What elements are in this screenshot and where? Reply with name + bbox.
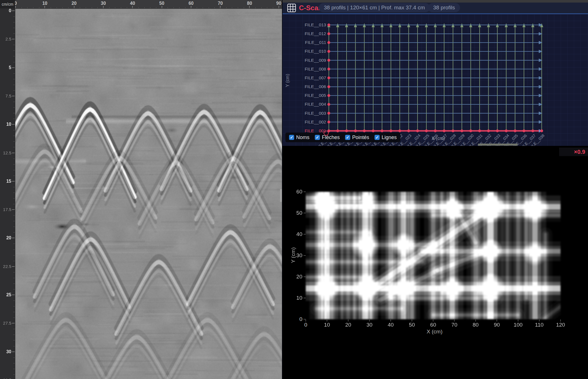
profile-row-label[interactable]: FILE__009 — [294, 58, 326, 63]
heatmap-x-tick: 110 — [531, 322, 548, 328]
profile-row-label[interactable]: FILE__002 — [294, 119, 326, 125]
survey-grid-panel[interactable]: FILE__001FILE__002FILE__003FILE__004FILE… — [283, 14, 588, 146]
h-ruler-number: 70 — [214, 1, 226, 6]
heatmap-x-tick: 50 — [403, 322, 420, 328]
heatmap-x-tick: 90 — [488, 322, 505, 328]
heatmap-y-tick: 20 — [285, 274, 302, 280]
option-noms[interactable]: ✓Noms — [289, 135, 309, 140]
heatmap-y-tick: 50 — [285, 210, 302, 216]
v-ruler-number: 25 — [1, 292, 11, 297]
bscan-panel[interactable]: 0102030405060708090 02.557.51012.51517.5… — [0, 0, 282, 379]
h-ruler-number: 30 — [97, 1, 110, 6]
v-ruler-number: 32.5 — [1, 378, 11, 379]
bscan-vertical-ruler: 02.557.51012.51517.52022.52527.53032.5 — [0, 8, 15, 379]
profiles-info-badge: 38 profils | 120×61 cm | Prof. max 37.4 … — [319, 3, 430, 12]
v-ruler-number: 2.5 — [1, 37, 11, 41]
ruler-unit-box: cm/cm — [0, 0, 15, 8]
cscan-column: C-Scan 38 profils | 120×61 cm | Prof. ma… — [283, 0, 588, 379]
bscan-radargram-canvas[interactable] — [15, 8, 283, 379]
checkbox-icon[interactable]: ✓ — [289, 135, 294, 140]
heatmap-y-tick: 10 — [285, 295, 302, 301]
heatmap-x-tick: 100 — [510, 322, 527, 328]
h-ruler-number: 50 — [156, 1, 168, 6]
h-ruler-number: 80 — [243, 1, 256, 6]
v-ruler-number: 10 — [1, 122, 11, 127]
profile-row-label[interactable]: FILE__007 — [294, 75, 326, 81]
cscan-map-panel[interactable]: ×0.9 01020304050607080901001101200102030… — [283, 146, 588, 379]
profile-row-label[interactable]: FILE__004 — [294, 101, 326, 107]
profile-row-label[interactable]: FILE__012 — [294, 31, 326, 37]
v-ruler-number: 22.5 — [1, 264, 11, 269]
v-ruler-number: 20 — [1, 235, 11, 240]
v-ruler-number: 5 — [1, 65, 11, 70]
option-pointés[interactable]: ✓Pointés — [345, 135, 369, 140]
heatmap-x-tick: 120 — [552, 322, 569, 328]
heatmap-y-tick: 40 — [285, 231, 302, 237]
v-ruler-number: 12.5 — [1, 150, 11, 155]
v-ruler-number: 0 — [1, 8, 11, 13]
heatmap-x-tick: 70 — [446, 322, 463, 328]
grid-icon — [287, 4, 296, 12]
v-ruler-number: 7.5 — [1, 93, 11, 98]
checkbox-label: Pointés — [352, 135, 369, 140]
profile-row-label[interactable]: FILE__011 — [294, 40, 326, 45]
h-ruler-number: 60 — [185, 1, 197, 6]
v-ruler-number: 17.5 — [1, 207, 11, 212]
cscan-heatmap-canvas[interactable] — [306, 192, 561, 319]
top-strip — [283, 0, 588, 3]
checkbox-icon[interactable]: ✓ — [315, 135, 320, 140]
cscan-header: C-Scan 38 profils | 120×61 cm | Prof. ma… — [283, 3, 588, 13]
option-lignes[interactable]: ✓Lignes — [375, 135, 397, 140]
display-options-bar: ✓Noms✓Flèches✓Pointés✓Lignes — [285, 133, 400, 142]
v-ruler-number: 30 — [1, 349, 11, 354]
heatmap-y-tick: 0 — [285, 316, 302, 322]
heatmap-x-tick: 30 — [361, 322, 378, 328]
grid-y-axis-label: Y (cm) — [285, 69, 290, 92]
profile-row-label[interactable]: FILE__010 — [294, 48, 326, 54]
checkbox-icon[interactable]: ✓ — [345, 135, 350, 140]
panel-divider[interactable] — [282, 0, 283, 379]
v-ruler-number: 27.5 — [1, 321, 11, 325]
checkbox-icon[interactable]: ✓ — [375, 135, 380, 140]
profiles-count-badge: 38 profils — [428, 3, 460, 12]
heatmap-x-tick: 10 — [318, 322, 335, 328]
bscan-scrollbar-thumb[interactable] — [280, 189, 282, 202]
heatmap-y-axis-label: Y (cm) — [290, 244, 296, 267]
heatmap-x-tick: 60 — [425, 322, 442, 328]
heatmap-x-tick: 0 — [297, 322, 314, 328]
h-ruler-number: 90 — [273, 1, 285, 6]
app-window: 0102030405060708090 02.557.51012.51517.5… — [0, 0, 588, 379]
heatmap-x-tick: 20 — [340, 322, 357, 328]
survey-grid-plot[interactable] — [283, 14, 588, 146]
heatmap-y-tick: 60 — [285, 189, 302, 195]
grid-horizontal-scrollbar-thumb[interactable] — [478, 144, 518, 146]
v-ruler-number: 15 — [1, 179, 11, 184]
h-ruler-number: 20 — [68, 1, 80, 6]
checkbox-label: Lignes — [382, 135, 397, 140]
heatmap-x-tick: 80 — [467, 322, 484, 328]
origin-marker-ring — [324, 131, 329, 136]
profile-row-label[interactable]: FILE__008 — [294, 66, 326, 72]
grid-x-axis-label: X (cm) — [424, 136, 452, 141]
bscan-horizontal-ruler: 0102030405060708090 — [0, 0, 282, 9]
heatmap-x-tick: 40 — [382, 322, 399, 328]
profile-row-label[interactable]: FILE__003 — [294, 110, 326, 116]
checkbox-label: Noms — [296, 135, 309, 140]
heatmap-x-axis-label: X (cm) — [419, 329, 450, 335]
scale-factor-badge: ×0.9 — [559, 148, 588, 156]
profile-row-label[interactable]: FILE__005 — [294, 93, 326, 98]
profile-row-label[interactable]: FILE__013 — [294, 22, 326, 28]
profile-row-label[interactable]: FILE__006 — [294, 84, 326, 90]
h-ruler-number: 40 — [126, 1, 139, 6]
h-ruler-number: 10 — [39, 1, 51, 6]
